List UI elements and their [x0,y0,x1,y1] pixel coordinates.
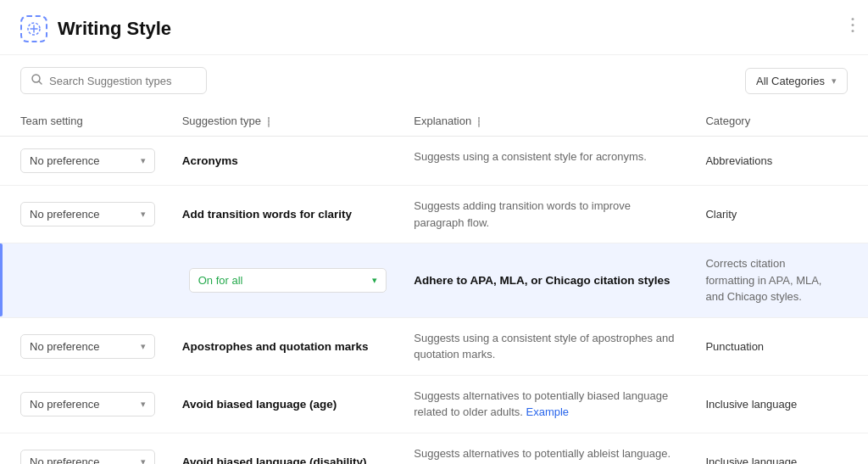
category-cell: Abbreviations [692,137,841,186]
chevron-down-icon: ▾ [372,275,377,286]
svg-point-5 [852,30,854,32]
explanation-cell: Suggests alternatives to potentially abl… [400,433,692,464]
team-setting-dropdown[interactable]: No preference▾ [20,202,155,226]
table-row: No preference▾Apostrophes and quotation … [0,317,868,375]
explanation-cell: Suggests adding transition words to impr… [400,186,692,243]
explanation-cell: Suggests using a consistent style of apo… [400,317,692,375]
categories-label: All Categories [756,75,825,87]
table-row: No preference▾Add transition words for c… [0,186,868,243]
chevron-down-icon: ▾ [141,399,146,410]
category-cell: Inclusive language [692,433,841,464]
page-container: Writing Style All Categories ▾ [0,0,868,464]
search-icon [31,74,42,87]
explanation-cell: Suggests alternatives to potentially bia… [400,375,692,433]
team-setting-dropdown[interactable]: No preference▾ [20,334,155,359]
suggestion-type-cell: Avoid biased language (disability) [169,433,401,464]
col-drag-handle[interactable] [264,115,273,127]
toolbar: All Categories ▾ [0,55,868,106]
team-setting-cell: No preference▾ [0,186,169,243]
team-setting-dropdown[interactable]: On for all▾ [189,268,387,293]
svg-point-3 [852,18,854,20]
team-setting-cell: On for all▾ [169,243,401,318]
chevron-down-icon: ▾ [141,155,146,166]
suggestion-type-cell: Acronyms [169,137,401,186]
team-setting-value: No preference [30,154,99,167]
suggestion-type-cell: Avoid biased language (age) [169,375,401,433]
team-setting-dropdown[interactable]: No preference▾ [20,450,155,465]
col-header-suggestion-type: Suggestion type [169,106,401,137]
category-cell: Clarity [692,186,841,243]
col-drag-handle-2[interactable] [475,115,483,127]
col-header-category: Category [692,106,841,137]
category-cell: Inclusive language [692,375,841,433]
example-link[interactable]: Example [526,405,570,418]
suggestions-table: Team setting Suggestion type [0,106,868,464]
category-cell [841,243,868,318]
team-setting-value: No preference [30,398,99,411]
search-box[interactable] [20,67,207,94]
suggestion-type-cell: Add transition words for clarity [169,186,401,243]
team-setting-value: No preference [30,340,99,353]
col-header-explanation: Explanation [400,106,692,137]
explanation-cell: Corrects citation formatting in APA, MLA… [692,243,841,318]
team-setting-dropdown[interactable]: No preference▾ [20,148,155,173]
page-header: Writing Style [0,0,868,55]
page-title: Writing Style [58,18,171,40]
table-row: No preference▾AcronymsSuggests using a c… [0,137,868,186]
suggestion-type-cell: Apostrophes and quotation marks [169,317,401,375]
team-setting-cell: No preference▾ [0,375,169,433]
team-setting-cell: No preference▾ [0,137,169,186]
search-input[interactable] [49,75,196,87]
chevron-down-icon: ▾ [141,456,146,465]
chevron-down-icon: ▾ [141,341,146,352]
col-header-team-setting: Team setting [0,106,169,137]
svg-line-7 [39,81,42,84]
svg-point-4 [852,24,854,26]
explanation-cell: Suggests using a consistent style for ac… [400,137,692,186]
table-container: Team setting Suggestion type [0,106,868,464]
team-setting-value: No preference [30,456,99,465]
team-setting-value: On for all [198,274,243,287]
chevron-down-icon: ▾ [141,209,146,220]
table-row: On for all▾Adhere to APA, MLA, or Chicag… [0,243,868,318]
header-more-icon[interactable] [851,18,854,37]
team-setting-cell: No preference▾ [0,317,169,375]
category-cell: Punctuation [692,317,841,375]
team-setting-dropdown[interactable]: No preference▾ [20,392,155,416]
categories-dropdown[interactable]: All Categories ▾ [745,68,848,94]
team-setting-value: No preference [30,208,99,221]
table-row: No preference▾Avoid biased language (dis… [0,433,868,464]
table-row: No preference▾Avoid biased language (age… [0,375,868,433]
chevron-down-icon: ▾ [832,75,837,87]
team-setting-cell: No preference▾ [0,433,169,464]
suggestion-type-cell: Adhere to APA, MLA, or Chicago citation … [400,243,692,318]
header-icon [20,15,47,42]
